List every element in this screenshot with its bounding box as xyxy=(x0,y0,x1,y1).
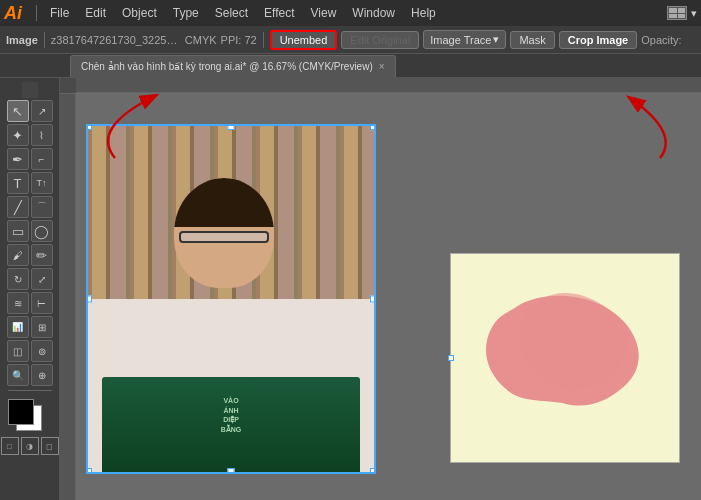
tool-row-9: ≋ ⊢ xyxy=(7,292,53,314)
image-toolbar: Image z3817647261730_3225a... CMYK PPI: … xyxy=(0,26,701,54)
handle-tl xyxy=(86,124,92,130)
photo-content: VÀOÁNHDIỆPBẰNG xyxy=(88,126,374,472)
tab-close-button[interactable]: × xyxy=(379,61,385,72)
line-tool[interactable]: ╱ xyxy=(7,196,29,218)
photo-frame[interactable]: VÀOÁNHDIỆPBẰNG xyxy=(86,124,376,474)
color-box[interactable] xyxy=(8,399,52,431)
tool-row-2: ✦ ⌇ xyxy=(7,124,53,146)
pink-blob xyxy=(471,284,661,434)
mode-row: □ ◑ ◻ xyxy=(1,437,59,455)
handle-mr xyxy=(370,296,376,303)
crop-image-button[interactable]: Crop Image xyxy=(559,31,638,49)
menu-view[interactable]: View xyxy=(304,4,344,22)
screen-mode-btn[interactable]: ◻ xyxy=(41,437,59,455)
handle-ml xyxy=(86,296,92,303)
menu-help[interactable]: Help xyxy=(404,4,443,22)
image-filename: z3817647261730_3225a... xyxy=(51,34,181,46)
handle-bc xyxy=(228,468,235,474)
column-graph-tool[interactable]: 📊 xyxy=(7,316,29,338)
handle-tr xyxy=(370,124,376,130)
handle-tc xyxy=(228,124,235,130)
menu-object[interactable]: Object xyxy=(115,4,164,22)
mesh-tool[interactable]: ⊞ xyxy=(31,316,53,338)
menu-separator xyxy=(36,5,37,21)
workspace-dropdown[interactable]: ▾ xyxy=(691,7,697,20)
opacity-label: Opacity: xyxy=(641,34,681,46)
blend-tool[interactable]: ⊚ xyxy=(31,340,53,362)
type-tool[interactable]: T xyxy=(7,172,29,194)
menu-effect[interactable]: Effect xyxy=(257,4,301,22)
photo-face xyxy=(174,178,274,288)
toolbar-sep-2 xyxy=(263,32,264,48)
menu-edit[interactable]: Edit xyxy=(78,4,113,22)
menu-type[interactable]: Type xyxy=(166,4,206,22)
rotate-tool[interactable]: ↻ xyxy=(7,268,29,290)
ruler-top xyxy=(60,78,701,94)
arc-tool[interactable]: ⌒ xyxy=(31,196,53,218)
normal-mode-btn[interactable]: □ xyxy=(1,437,19,455)
ruler-left xyxy=(60,94,76,500)
foreground-color[interactable] xyxy=(8,399,34,425)
photo-book-text: VÀOÁNHDIỆPBẰNG xyxy=(128,396,334,435)
mask-button[interactable]: Mask xyxy=(510,31,554,49)
workspace-switcher-icon[interactable] xyxy=(667,6,687,20)
ruler-corner-square xyxy=(60,78,76,93)
ruler-corner xyxy=(22,82,38,98)
zoom-tool[interactable]: ⊕ xyxy=(31,364,53,386)
direct-selection-tool[interactable]: ↗ xyxy=(31,100,53,122)
image-trace-arrow: ▾ xyxy=(493,33,499,46)
handle-br xyxy=(370,468,376,474)
menu-bar: Ai File Edit Object Type Select Effect V… xyxy=(0,0,701,26)
photo-glasses xyxy=(179,231,269,243)
toolbar-sep-1 xyxy=(44,32,45,48)
curvature-tool[interactable]: ⌐ xyxy=(31,148,53,170)
tab-title: Chèn ảnh vào hình bất kỳ trong ai.ai* @ … xyxy=(81,61,373,72)
selection-tool[interactable]: ↖ xyxy=(7,100,29,122)
pencil-tool[interactable]: ✏ xyxy=(31,244,53,266)
shape-selector-dot xyxy=(448,355,454,361)
touch-type-tool[interactable]: T↑ xyxy=(31,172,53,194)
gradient-tool[interactable]: ◫ xyxy=(7,340,29,362)
main-area: ↖ ↗ ✦ ⌇ ✒ ⌐ T T↑ ╱ ⌒ ▭ ◯ 🖌 ✏ ↻ ⤢ xyxy=(0,78,701,500)
menu-file[interactable]: File xyxy=(43,4,76,22)
menu-window[interactable]: Window xyxy=(345,4,402,22)
pen-tool[interactable]: ✒ xyxy=(7,148,29,170)
tool-row-1: ↖ ↗ xyxy=(7,100,53,122)
app-logo: Ai xyxy=(4,3,22,24)
tool-row-5: ╱ ⌒ xyxy=(7,196,53,218)
tool-row-7: 🖌 ✏ xyxy=(7,244,53,266)
ruler-ticks-top xyxy=(76,78,701,94)
shape-canvas[interactable] xyxy=(450,253,680,463)
image-trace-label: Image Trace xyxy=(430,34,491,46)
paintbrush-tool[interactable]: 🖌 xyxy=(7,244,29,266)
scale-tool[interactable]: ⤢ xyxy=(31,268,53,290)
ellipse-tool[interactable]: ◯ xyxy=(31,220,53,242)
tool-row-12: 🔍 ⊕ xyxy=(7,364,53,386)
lasso-tool[interactable]: ⌇ xyxy=(31,124,53,146)
magic-wand-tool[interactable]: ✦ xyxy=(7,124,29,146)
tool-row-8: ↻ ⤢ xyxy=(7,268,53,290)
tool-row-3: ✒ ⌐ xyxy=(7,148,53,170)
photo-hair xyxy=(174,178,274,228)
warp-tool[interactable]: ≋ xyxy=(7,292,29,314)
mask-mode-btn[interactable]: ◑ xyxy=(21,437,39,455)
menu-select[interactable]: Select xyxy=(208,4,255,22)
rectangle-tool[interactable]: ▭ xyxy=(7,220,29,242)
image-trace-button[interactable]: Image Trace ▾ xyxy=(423,30,506,49)
image-label: Image xyxy=(6,34,38,46)
tools-divider xyxy=(8,390,52,391)
edit-original-button[interactable]: Edit Original xyxy=(341,31,419,49)
document-tab[interactable]: Chèn ảnh vào hình bất kỳ trong ai.ai* @ … xyxy=(70,55,396,77)
width-tool[interactable]: ⊢ xyxy=(31,292,53,314)
handle-bl xyxy=(86,468,92,474)
unembed-button[interactable]: Unembed xyxy=(270,30,338,50)
tool-row-10: 📊 ⊞ xyxy=(7,316,53,338)
canvas-area[interactable]: VÀOÁNHDIỆPBẰNG xyxy=(60,78,701,500)
tool-row-4: T T↑ xyxy=(7,172,53,194)
eyedropper-tool[interactable]: 🔍 xyxy=(7,364,29,386)
tool-row-11: ◫ ⊚ xyxy=(7,340,53,362)
image-colormode: CMYK xyxy=(185,34,217,46)
photo-body: VÀOÁNHDIỆPBẰNG xyxy=(88,299,374,472)
tools-panel: ↖ ↗ ✦ ⌇ ✒ ⌐ T T↑ ╱ ⌒ ▭ ◯ 🖌 ✏ ↻ ⤢ xyxy=(0,78,60,500)
tab-bar: Chèn ảnh vào hình bất kỳ trong ai.ai* @ … xyxy=(0,54,701,78)
